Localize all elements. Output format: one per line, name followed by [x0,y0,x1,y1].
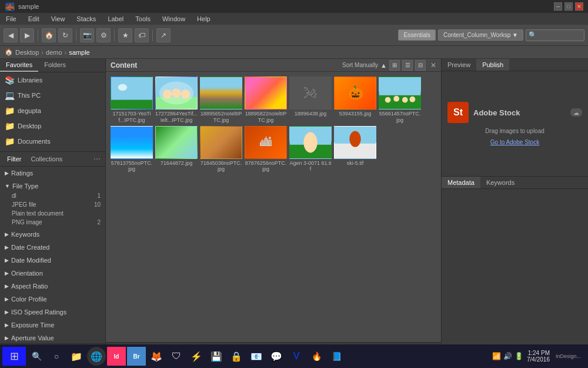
datemodified-header[interactable]: ▶ Date Modified [5,255,101,266]
filter-tab[interactable]: Filter [5,154,24,164]
content-collapse-button[interactable]: ✕ [430,61,436,69]
essentials-button[interactable]: Essentials [398,29,436,41]
filter-items: ▶ Ratings ▼ File Type dl 1 [0,167,105,343]
taskbar-app8[interactable]: V [287,347,306,366]
orientation-header[interactable]: ▶ Orientation [5,268,101,279]
filter-dl-label: dl [12,193,16,199]
fav-libraries[interactable]: 📚 Libraries [0,72,105,88]
breadcrumb-sample[interactable]: sample [69,49,89,56]
taskbar-chrome[interactable]: 🌐 [87,347,106,366]
taskbar-app3[interactable]: ⚡ [187,347,206,366]
exposure-label: Exposure Time [11,321,54,329]
taskbar-app6[interactable]: 📧 [247,347,266,366]
home-button[interactable]: 🏠 [42,28,56,42]
minimize-button[interactable]: ─ [554,2,562,11]
star-button[interactable]: ★ [118,28,132,42]
menu-label[interactable]: Label [105,14,126,24]
publish-tab[interactable]: Publish [476,59,509,71]
menu-stacks[interactable]: Stacks [74,14,98,24]
taskbar-app10[interactable]: 📘 [327,347,346,366]
thumbnail-5[interactable]: 🌬 18896438.jpg [289,77,332,124]
thumbnail-12[interactable]: Agen 3-0071 61.tif [289,126,332,173]
aspectratio-header[interactable]: ▶ Aspect Ratio [5,281,101,291]
thumbnail-10[interactable]: 71845036noPTC.jpg [200,126,242,173]
taskbar-app9[interactable]: 🔥 [307,347,326,366]
column-workspace-button[interactable]: Content_Column_Worksp ▼ [438,29,523,41]
taskbar-start[interactable]: ⊞ [2,347,26,366]
refine-button[interactable]: ⚙ [96,28,111,42]
forward-button[interactable]: ▶ [20,28,34,42]
tab-favorites[interactable]: Favorites [0,59,38,72]
taskbar-search[interactable]: 🔍 [27,347,46,366]
open-button[interactable]: ↗ [156,28,171,42]
colorprofile-header[interactable]: ▶ Color Profile [5,294,101,304]
breadcrumb-demo[interactable]: demo [46,49,62,56]
filetype-arrow: ▼ [5,183,10,189]
taskbar-app7[interactable]: 💬 [267,347,286,366]
close-button[interactable]: ✕ [575,2,583,11]
keywords-header[interactable]: ▶ Keywords [5,229,101,240]
collections-tab[interactable]: Collections [28,154,65,164]
taskbar-bridge[interactable]: Br [127,347,146,366]
fav-this-pc[interactable]: 💻 This PC [0,88,105,103]
clock[interactable]: 1:24 PM 7/4/2016 [527,350,550,363]
filter-row-png: PNG image 2 [12,218,101,227]
grid-view-button[interactable]: ⊞ [389,60,400,71]
fav-documents[interactable]: 📁 Documents [0,134,105,149]
preview-tab[interactable]: Preview [442,59,476,71]
restore-button[interactable]: □ [564,2,573,11]
datecreated-header[interactable]: ▶ Date Created [5,242,101,253]
fav-degupta[interactable]: 📁 degupta [0,103,105,118]
metadata-tab[interactable]: Metadata [442,177,480,188]
breadcrumb-desktop[interactable]: Desktop [15,49,39,56]
breadcrumb-sep-2: › [65,49,67,56]
filetype-subitems: dl 1 JPEG file 10 Plain text document [5,191,101,227]
label-button[interactable]: 🏷 [135,28,149,42]
search-box[interactable]: 🔍 [526,29,584,41]
taskbar-firefox[interactable]: 🦊 [147,347,166,366]
thumbnail-3[interactable]: 18895652noIeltIPTC.jpg [200,77,242,124]
menu-view[interactable]: View [49,14,68,24]
taskbar-indesign[interactable]: Id [107,347,126,366]
filter-dl-count: 1 [97,193,101,199]
aperture-header[interactable]: ▶ Aperture Value [5,333,101,343]
detail-view-button[interactable]: ⊟ [415,60,426,71]
taskbar-files[interactable]: 📁 [67,347,86,366]
indesign-label: InDesign... [556,353,581,359]
thumbnail-1[interactable]: 17151703-YesTif...IPTC.jpg [111,77,153,124]
menu-file[interactable]: File [4,14,19,24]
menu-window[interactable]: Window [160,14,188,24]
search-input[interactable] [537,32,584,38]
fav-desktop[interactable]: 📁 Desktop [0,118,105,134]
refresh-button[interactable]: ↻ [58,28,72,42]
thumbnail-6[interactable]: 🎃 53943155.jpg [334,77,376,124]
list-view-button[interactable]: ☰ [402,60,413,71]
thumbnail-13[interactable]: ski-5.tif [334,126,376,173]
battery-icon: 🔋 [514,352,523,360]
iso-header[interactable]: ▶ ISO Speed Ratings [5,307,101,317]
tab-folders[interactable]: Folders [38,59,72,72]
taskbar-cortana[interactable]: ○ [47,347,66,366]
filter-options-button[interactable]: ⋯ [93,155,101,163]
go-to-adobe-stock-link[interactable]: Go to Adobe Stock [490,139,539,145]
thumbnail-9[interactable]: 71644872.jpg [155,126,198,173]
thumbnail-4[interactable]: 18895822noIeltIPTC.jpg [245,77,287,124]
menu-edit[interactable]: Edit [26,14,42,24]
taskbar-app5[interactable]: 🔒 [227,347,246,366]
camera-button[interactable]: 📷 [80,28,94,42]
thumbnail-7[interactable]: 55661457noPTC.jpg [379,77,421,124]
ratings-header[interactable]: ▶ Ratings [5,168,101,178]
taskbar-app4[interactable]: 💾 [207,347,226,366]
keywords-tab[interactable]: Keywords [480,177,520,188]
filetype-header[interactable]: ▼ File Type [5,181,101,191]
thumbnail-11[interactable]: 🏙 87876256noPTC.jpg [245,126,287,173]
menu-help[interactable]: Help [195,14,213,24]
back-button[interactable]: ◀ [4,28,18,42]
svg-rect-0 [111,77,152,100]
thumb-img-5: 🌬 [289,77,332,110]
taskbar-app2[interactable]: 🛡 [167,347,186,366]
thumbnail-2[interactable]: 17272864YesTif...Ielt...IPTC.jpg [155,77,198,124]
exposure-header[interactable]: ▶ Exposure Time [5,320,101,330]
menu-tools[interactable]: Tools [133,14,153,24]
thumbnail-8[interactable]: 57813755noPTC.jpg [111,126,153,173]
